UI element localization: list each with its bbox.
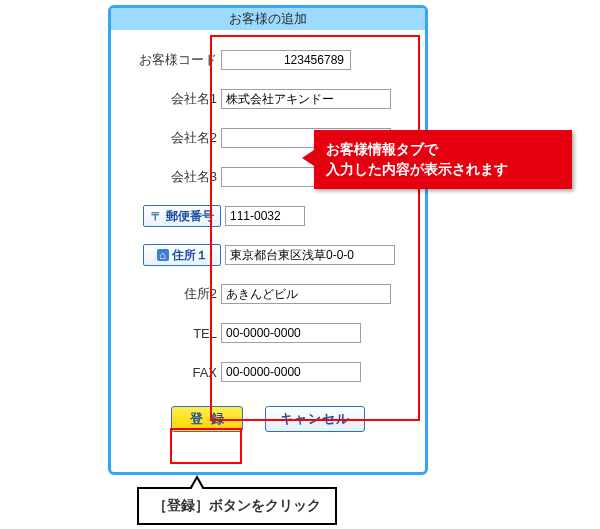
home-icon: ⌂	[157, 249, 169, 261]
row-tel: TEL	[129, 321, 407, 345]
row-address1: ⌂ 住所１	[129, 243, 407, 267]
label-company1: 会社名1	[129, 90, 221, 108]
input-customer-code[interactable]	[221, 50, 351, 70]
input-company1[interactable]	[221, 89, 391, 109]
red-callout-line2: 入力した内容が表示されます	[326, 161, 508, 177]
form-body: お客様コード 会社名1 会社名2 会社名3 〒 郵便番号 ⌂ 住所１	[111, 30, 425, 432]
annotation-red-callout: お客様情報タブで 入力した内容が表示されます	[314, 130, 572, 189]
row-postal: 〒 郵便番号	[129, 204, 407, 228]
label-company2: 会社名2	[129, 129, 221, 147]
input-address1[interactable]	[225, 245, 395, 265]
red-callout-line1: お客様情報タブで	[326, 141, 438, 157]
add-customer-dialog: お客様の追加 お客様コード 会社名1 会社名2 会社名3 〒 郵便番号	[108, 5, 428, 475]
row-address2: 住所2	[129, 282, 407, 306]
label-tel: TEL	[129, 326, 221, 341]
cancel-button[interactable]: キャンセル	[265, 406, 365, 432]
label-company3: 会社名3	[129, 168, 221, 186]
dialog-title: お客様の追加	[111, 8, 425, 30]
postal-lookup-button[interactable]: 〒 郵便番号	[143, 205, 221, 227]
label-address2: 住所2	[129, 285, 221, 303]
postal-lookup-label: 郵便番号	[166, 208, 214, 225]
annotation-black-callout: ［登録］ボタンをクリック	[137, 487, 337, 525]
input-postal[interactable]	[225, 206, 305, 226]
row-fax: FAX	[129, 360, 407, 384]
address1-lookup-label: 住所１	[172, 247, 208, 264]
input-tel[interactable]	[221, 323, 361, 343]
label-customer-code: お客様コード	[129, 51, 221, 69]
input-fax[interactable]	[221, 362, 361, 382]
button-row: 登録 キャンセル	[129, 406, 407, 432]
register-button[interactable]: 登録	[171, 406, 243, 432]
label-fax: FAX	[129, 365, 221, 380]
address1-lookup-button[interactable]: ⌂ 住所１	[143, 244, 221, 266]
input-address2[interactable]	[221, 284, 391, 304]
row-company1: 会社名1	[129, 87, 407, 111]
postal-icon: 〒	[151, 210, 163, 222]
row-customer-code: お客様コード	[129, 48, 407, 72]
